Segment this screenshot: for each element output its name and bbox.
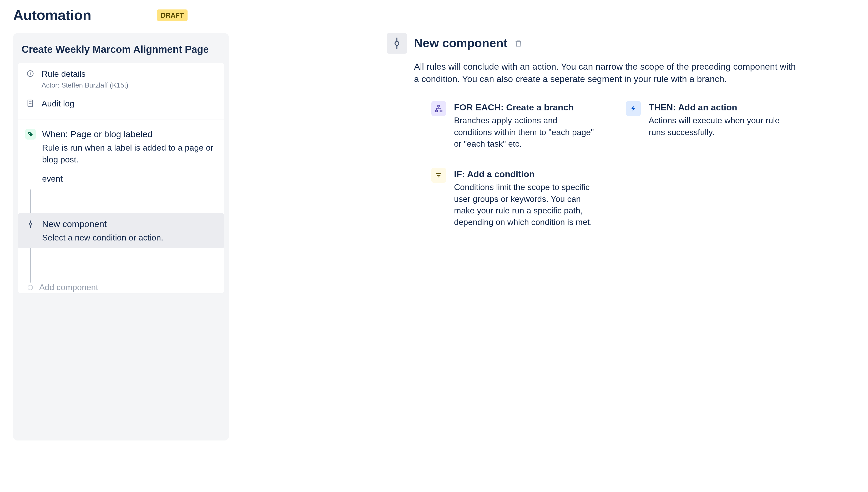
svg-point-11 [395, 41, 399, 45]
option-if-desc: Conditions limit the scope to specific u… [454, 181, 594, 228]
trigger-desc: Rule is run when a label is added to a p… [42, 142, 217, 166]
audit-log-row[interactable]: Audit log [18, 95, 224, 117]
timeline-connector [30, 248, 224, 282]
svg-point-8 [29, 223, 31, 225]
detail-description: All rules will conclude with an action. … [414, 60, 797, 85]
new-component-title: New component [42, 218, 163, 230]
audit-log-label: Audit log [42, 98, 74, 109]
tag-icon [25, 129, 36, 140]
option-if-title: IF: Add a condition [454, 168, 594, 180]
option-for-each-desc: Branches apply actions and conditions wi… [454, 115, 594, 149]
option-if[interactable]: IF: Add a condition Conditions limit the… [431, 168, 594, 228]
page-title: Automation [13, 5, 91, 25]
option-for-each-title: FOR EACH: Create a branch [454, 101, 594, 114]
trigger-event-tag: event [42, 173, 217, 185]
detail-panel: New component All rules will conclude wi… [386, 33, 797, 228]
svg-rect-14 [436, 110, 438, 112]
rule-name: Create Weekly Marcom Alignment Page [13, 33, 229, 63]
rule-details-label: Rule details [42, 68, 128, 80]
delete-button[interactable] [514, 39, 523, 48]
divider [18, 120, 224, 120]
option-then[interactable]: THEN: Add an action Actions will execute… [626, 101, 789, 138]
svg-rect-13 [438, 105, 440, 107]
timeline-connector [30, 190, 224, 213]
component-icon [25, 219, 36, 229]
add-component-button[interactable]: Add component [18, 281, 224, 293]
trigger-title: When: Page or blog labeled [42, 128, 217, 141]
rule-actor: Actor: Steffen Burzlaff (K15t) [42, 80, 128, 90]
option-then-desc: Actions will execute when your rule runs… [649, 115, 789, 138]
branch-icon [431, 101, 446, 116]
info-icon [25, 69, 35, 79]
filter-icon [431, 168, 446, 183]
page-header: Automation DRAFT [13, 5, 855, 25]
svg-point-6 [29, 133, 30, 134]
bolt-icon [626, 101, 641, 116]
rule-sidebar: Create Weekly Marcom Alignment Page Rule… [13, 33, 229, 441]
option-for-each[interactable]: FOR EACH: Create a branch Branches apply… [431, 101, 594, 150]
status-badge: DRAFT [157, 9, 188, 21]
add-component-label: Add component [39, 281, 98, 293]
rule-details-row[interactable]: Rule details Actor: Steffen Burzlaff (K1… [18, 63, 224, 95]
svg-point-2 [30, 72, 31, 73]
trigger-step[interactable]: When: Page or blog labeled Rule is run w… [18, 123, 224, 190]
new-component-desc: Select a new condition or action. [42, 232, 163, 244]
svg-rect-15 [440, 110, 442, 112]
option-then-title: THEN: Add an action [649, 101, 789, 114]
document-icon [25, 98, 35, 108]
add-node-icon [28, 285, 33, 290]
detail-title: New component [414, 35, 508, 51]
component-icon-large [386, 33, 407, 54]
new-component-step[interactable]: New component Select a new condition or … [18, 213, 224, 248]
